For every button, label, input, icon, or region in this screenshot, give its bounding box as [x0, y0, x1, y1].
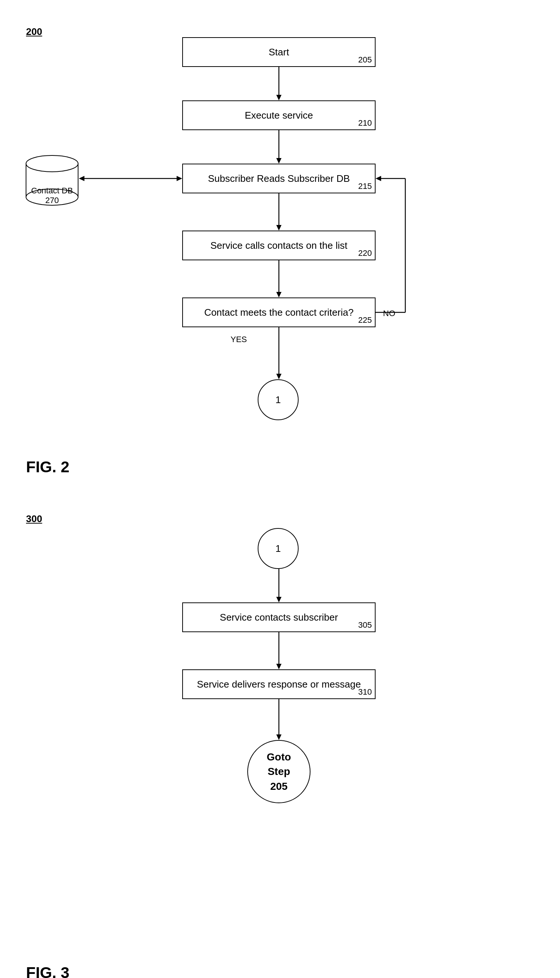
connector-1-fig3-label: 1	[275, 543, 281, 555]
fig2-label: FIG. 2	[26, 458, 70, 476]
connector-1-fig3: 1	[258, 528, 298, 569]
svg-point-1	[26, 155, 78, 172]
diagram-container: 200 FIG. 2 Start 205 Execute service 210…	[0, 0, 560, 978]
yes-label: YES	[230, 335, 247, 344]
service-calls-step: 220	[358, 248, 372, 258]
start-box: Start 205	[182, 37, 375, 67]
goto-line2: Step	[268, 764, 290, 779]
no-label: NO	[383, 309, 395, 318]
execute-step: 210	[358, 118, 372, 128]
fig2-section: 200 FIG. 2 Start 205 Execute service 210…	[0, 15, 560, 498]
svg-marker-23	[276, 664, 282, 669]
svg-marker-18	[177, 176, 182, 181]
subscriber-reads-step: 215	[358, 182, 372, 191]
start-label: Start	[269, 47, 289, 58]
svg-marker-8	[276, 225, 282, 230]
service-delivers-box: Service delivers response or message 310	[182, 669, 375, 699]
svg-marker-12	[276, 374, 282, 379]
service-contacts-step: 305	[358, 620, 372, 630]
fig3-label: FIG. 3	[26, 964, 70, 978]
service-calls-box: Service calls contacts on the list 220	[182, 230, 375, 260]
svg-marker-25	[276, 735, 282, 740]
svg-marker-10	[276, 292, 282, 298]
fig3-section: 300 FIG. 3 1 Service contacts subscriber…	[0, 498, 560, 978]
contact-meets-box: Contact meets the contact criteria? 225	[182, 298, 375, 327]
service-delivers-step: 310	[358, 687, 372, 697]
contact-meets-step: 225	[358, 315, 372, 325]
service-contacts-box: Service contacts subscriber 305	[182, 602, 375, 632]
svg-marker-4	[276, 95, 282, 100]
goto-line3: 205	[270, 779, 288, 793]
execute-label: Execute service	[245, 110, 313, 121]
svg-marker-21	[276, 597, 282, 602]
connector-1-label: 1	[275, 394, 281, 406]
service-delivers-label: Service delivers response or message	[197, 679, 361, 690]
execute-box: Execute service 210	[182, 100, 375, 130]
fig3-arrows	[0, 498, 560, 978]
service-contacts-label: Service contacts subscriber	[220, 612, 338, 623]
subscriber-reads-label: Subscriber Reads Subscriber DB	[208, 173, 350, 185]
goto-step-circle: Goto Step 205	[247, 740, 310, 803]
connector-1-fig2: 1	[258, 379, 298, 420]
subscriber-reads-box: Subscriber Reads Subscriber DB 215	[182, 163, 375, 193]
svg-marker-6	[276, 158, 282, 163]
fig3-diagram-id: 300	[26, 513, 42, 525]
goto-line1: Goto	[267, 750, 291, 764]
contact-meets-label: Contact meets the contact criteria?	[204, 307, 353, 318]
service-calls-label: Service calls contacts on the list	[210, 240, 348, 252]
contact-db-label: Contact DB 270	[22, 186, 82, 205]
fig2-diagram-id: 200	[26, 26, 42, 38]
svg-marker-16	[375, 176, 381, 181]
start-step: 205	[358, 55, 372, 65]
